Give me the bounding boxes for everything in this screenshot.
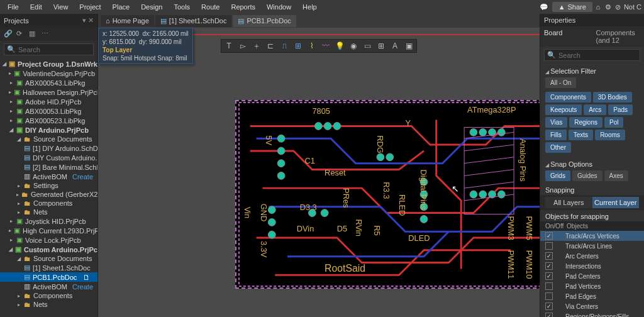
tree-activebom[interactable]: ▥ActiveBOMCreate xyxy=(0,282,97,291)
checkbox[interactable] xyxy=(545,282,553,290)
checkbox[interactable] xyxy=(545,313,553,317)
tab-pcb[interactable]: ▤PCB1.PcbDoc xyxy=(233,15,296,27)
menu-tools[interactable]: Tools xyxy=(169,2,195,12)
menu-help[interactable]: Help xyxy=(297,2,322,12)
chip-other[interactable]: Other xyxy=(545,142,571,153)
refresh-icon[interactable]: ⟳ xyxy=(16,30,25,38)
snap-object-row[interactable]: Pad Vertices xyxy=(540,281,644,291)
tree-project[interactable]: ▸▣ValentineDesign.PrjPcb xyxy=(0,69,97,78)
tree-project[interactable]: ▸▣Voice Lock.PrjPcb xyxy=(0,235,97,245)
menu-route[interactable]: Route xyxy=(196,2,225,12)
checkbox[interactable] xyxy=(545,262,553,270)
options-icon[interactable]: ⋯ xyxy=(42,30,50,38)
chip-components[interactable]: Components xyxy=(545,92,591,103)
chip-pol[interactable]: Pol xyxy=(604,117,623,128)
tree-src-docs[interactable]: ◢🖿Source Documents xyxy=(0,135,97,143)
select-icon[interactable]: ▭ xyxy=(362,41,372,51)
tree-components[interactable]: ▸🖿Components xyxy=(0,199,97,208)
grid-icon[interactable]: ⊞ xyxy=(376,41,386,51)
chip-arcs[interactable]: Arcs xyxy=(584,104,606,115)
home-icon[interactable]: ⌂ xyxy=(594,3,602,11)
comment-icon[interactable]: 💬 xyxy=(540,3,548,11)
tab-sheet[interactable]: ▤[1] Sheet1.SchDoc xyxy=(155,15,232,27)
chip-3dbodies[interactable]: 3D Bodies xyxy=(593,92,632,103)
component-icon[interactable]: ⎍ xyxy=(279,41,289,51)
properties-search[interactable]: 🔍 xyxy=(544,49,640,61)
tree-nets[interactable]: ▸🖿Nets xyxy=(0,208,97,216)
section-selection-filter[interactable]: Selection Filter xyxy=(540,64,644,77)
btn-all-layers[interactable]: All Layers xyxy=(545,197,592,208)
folder-icon[interactable]: ▥ xyxy=(29,30,38,38)
move-tool-icon[interactable]: ▻ xyxy=(238,41,248,51)
dimension-icon[interactable]: ⊏ xyxy=(265,41,275,51)
tree-components[interactable]: ▸🖿Components xyxy=(0,291,97,300)
align-icon[interactable]: ⊞ xyxy=(293,41,303,51)
pcb-board[interactable]: 7805 ATmega328P CP Programmer C1 Reset R… xyxy=(235,100,540,289)
tree-project[interactable]: ▸▣Joystick HID.PrjPcb xyxy=(0,216,97,226)
route-icon[interactable]: ⌇ xyxy=(307,41,317,51)
snap-object-row[interactable]: Track/Arcs Vertices xyxy=(540,231,644,241)
snap-object-row[interactable]: Regions/Polygons/Fills xyxy=(540,311,644,317)
snap-object-row[interactable]: Intersections xyxy=(540,261,644,271)
create-link[interactable]: Create xyxy=(72,173,93,181)
chip-rooms[interactable]: Rooms xyxy=(595,130,625,140)
tree-project[interactable]: ▸▣ABX000543.LibPkg xyxy=(0,78,97,87)
checkbox[interactable] xyxy=(545,242,553,250)
tree-project[interactable]: ▸▣ABX00053.LibPkg xyxy=(0,106,97,116)
chip-axes[interactable]: Axes xyxy=(604,170,628,181)
pcb-canvas[interactable]: ↖ xyxy=(98,28,540,317)
checkbox[interactable] xyxy=(545,292,553,300)
menu-file[interactable]: File xyxy=(3,2,24,12)
tree-schdoc[interactable]: ▤[1] Sheet1.SchDoc🗋 xyxy=(0,263,97,272)
tree-generated[interactable]: ▸🖿Generated (GerberX2) xyxy=(0,190,97,199)
info-icon[interactable]: A xyxy=(390,41,400,51)
menu-reports[interactable]: Reports xyxy=(226,2,260,12)
menu-place[interactable]: Place xyxy=(108,2,135,12)
chip-keepouts[interactable]: Keepouts xyxy=(545,104,582,115)
chip-fills[interactable]: Fills xyxy=(545,130,567,140)
snap-object-row[interactable]: Arc Centers xyxy=(540,251,644,261)
menu-edit[interactable]: Edit xyxy=(25,2,47,12)
snap-object-row[interactable]: Track/Arcs Lines xyxy=(540,241,644,251)
tree-project[interactable]: ▸▣Halloween Design.PrjPcl xyxy=(0,87,97,97)
checkbox[interactable] xyxy=(545,252,553,260)
tree-file[interactable]: ▤DIY Custom Arduino.l xyxy=(0,153,97,162)
tree-project[interactable]: ▸▣Adobe HID.PrjPcb xyxy=(0,97,97,106)
create-link[interactable]: Create xyxy=(72,283,93,291)
checkbox[interactable] xyxy=(545,232,553,240)
tree-settings[interactable]: ▸🖿Settings xyxy=(0,181,97,190)
menu-design[interactable]: Design xyxy=(136,2,167,12)
tab-board-mode[interactable]: Board xyxy=(540,26,592,47)
btn-current-layer[interactable]: Current Layer xyxy=(592,197,640,208)
panel-menu-icon[interactable]: ▾ ✕ xyxy=(82,16,94,25)
tree-schdoc[interactable]: ▤[1] DIY Arduino.SchDc xyxy=(0,143,97,153)
tab-components-mode[interactable]: Components (and 12 xyxy=(592,26,645,47)
chip-pads[interactable]: Pads xyxy=(608,104,633,115)
tree-pcbdoc-active[interactable]: ▤PCB1.PcbDoc🗋 xyxy=(0,272,97,282)
snap-object-row[interactable]: Pad Edges xyxy=(540,291,644,301)
tree-activebom[interactable]: ▥ActiveBOMCreate xyxy=(0,172,97,181)
chip-texts[interactable]: Texts xyxy=(569,130,593,140)
share-button[interactable]: ▲ Share xyxy=(552,2,592,12)
snap-object-row[interactable]: Via Centers xyxy=(540,301,644,311)
chip-guides[interactable]: Guides xyxy=(572,170,602,181)
tree-root[interactable]: ◢▣Project Group 1.DsnWrk xyxy=(0,59,97,69)
bulb-icon[interactable]: 💡 xyxy=(335,41,345,51)
tab-home[interactable]: ⌂Home Page xyxy=(101,15,154,26)
tree-project[interactable]: ▸▣High Current L293D.PrjPc xyxy=(0,226,97,235)
tree-diy-project[interactable]: ◢▣DIY Arduino.PrjPcb xyxy=(0,125,97,135)
snap-object-row[interactable]: Pad Centers xyxy=(540,271,644,281)
tree-schdoc[interactable]: ▤[2] Bare Minimal.SchD xyxy=(0,162,97,172)
tree-src-docs[interactable]: ◢🖿Source Documents xyxy=(0,254,97,263)
checkbox[interactable] xyxy=(545,272,553,280)
box-icon[interactable]: ▣ xyxy=(404,41,414,51)
section-snap-options[interactable]: Snap Options xyxy=(540,157,644,170)
menu-project[interactable]: Project xyxy=(74,2,106,12)
tree-nets[interactable]: ▸🖿Nets xyxy=(0,300,97,309)
polygon-icon[interactable]: 〰 xyxy=(321,41,331,51)
projects-search-input[interactable] xyxy=(18,46,91,53)
tree-project[interactable]: ▸▣ABX000523.LibPkg xyxy=(0,116,97,125)
crosshair-icon[interactable]: ＋ xyxy=(252,41,262,51)
properties-search-input[interactable] xyxy=(558,52,637,59)
via-tool-icon[interactable]: ◉ xyxy=(348,41,358,51)
